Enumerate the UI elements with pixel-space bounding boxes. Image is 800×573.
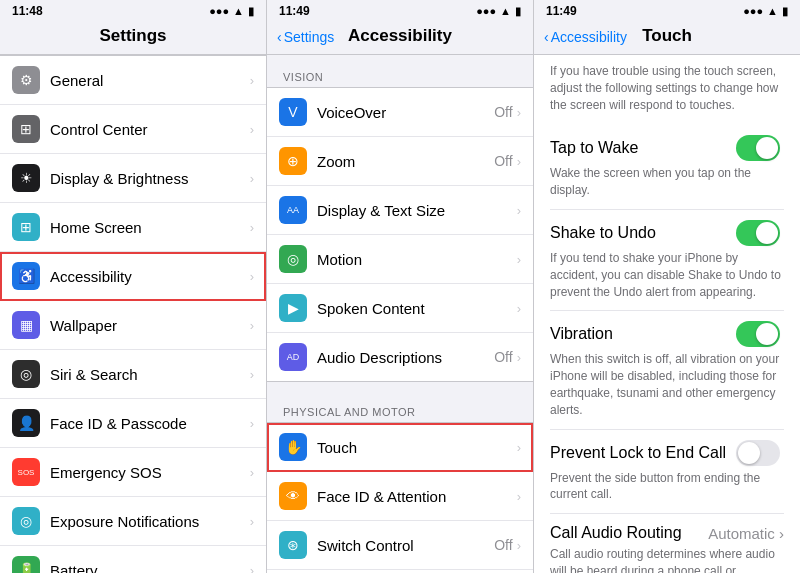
toggle-shake-to-undo[interactable]	[736, 220, 780, 246]
touch-desc-prevent-lock: Prevent the side button from ending the …	[550, 470, 784, 504]
toggle-knob-vibration	[756, 323, 778, 345]
chevron-wallpaper: ›	[250, 318, 254, 333]
item-label-homescreen: Home Screen	[50, 219, 250, 236]
touch-desc-tap-to-wake: Wake the screen when you tap on the disp…	[550, 165, 784, 199]
battery-icon: ▮	[248, 5, 254, 18]
acc-chevron-zoom: ›	[517, 154, 521, 169]
toggle-tap-to-wake[interactable]	[736, 135, 780, 161]
chevron-homescreen: ›	[250, 220, 254, 235]
chevron-sos: ›	[250, 465, 254, 480]
settings-item-accessibility[interactable]: ♿Accessibility›	[0, 252, 266, 301]
settings-list[interactable]: ⚙General›⊞Control Center›☀Display & Brig…	[0, 55, 266, 573]
acc-item-attention[interactable]: 👁Face ID & Attention›	[267, 472, 533, 521]
chevron-exposure: ›	[250, 514, 254, 529]
wifi-icon-2: ▲	[500, 5, 511, 17]
acc-item-switchcontrol[interactable]: ⊛Switch ControlOff›	[267, 521, 533, 570]
battery-icon-2: ▮	[515, 5, 521, 18]
item-label-control: Control Center	[50, 121, 250, 138]
touch-setting-name-prevent-lock: Prevent Lock to End Call	[550, 444, 726, 462]
acc-label-spoken: Spoken Content	[317, 300, 517, 317]
settings-item-exposure[interactable]: ◎Exposure Notifications›	[0, 497, 266, 546]
toggle-prevent-lock[interactable]	[736, 440, 780, 466]
toggle-knob-tap-to-wake	[756, 137, 778, 159]
touch-setting-name-call-audio: Call Audio Routing	[550, 524, 682, 542]
wifi-icon-3: ▲	[767, 5, 778, 17]
nav-title-2: Accessibility	[348, 26, 452, 45]
nav-bar-1: Settings	[0, 20, 266, 55]
nav-bar-2: ‹ Settings Accessibility	[267, 20, 533, 55]
chevron-display: ›	[250, 171, 254, 186]
settings-panel: 11:48 ●●● ▲ ▮ Settings ⚙General›⊞Control…	[0, 0, 267, 573]
status-bar-1: 11:48 ●●● ▲ ▮	[0, 0, 266, 20]
item-label-sos: Emergency SOS	[50, 464, 250, 481]
touch-value-call-audio: Automatic ›	[708, 525, 784, 542]
status-icons-1: ●●● ▲ ▮	[209, 5, 254, 18]
battery-icon-3: ▮	[782, 5, 788, 18]
acc-item-touch[interactable]: ✋Touch›	[267, 423, 533, 472]
acc-item-voiceover[interactable]: VVoiceOverOff›	[267, 88, 533, 137]
signal-icon-2: ●●●	[476, 5, 496, 17]
touch-desc-shake-to-undo: If you tend to shake your iPhone by acci…	[550, 250, 784, 300]
item-label-general: General	[50, 72, 250, 89]
nav-title-3: Touch	[642, 26, 692, 45]
acc-chevron-voiceover: ›	[517, 105, 521, 120]
toggle-knob-prevent-lock	[738, 442, 760, 464]
touch-setting-vibration[interactable]: VibrationWhen this switch is off, all vi…	[550, 311, 784, 429]
settings-item-homescreen[interactable]: ⊞Home Screen›	[0, 203, 266, 252]
settings-item-sos[interactable]: SOSEmergency SOS›	[0, 448, 266, 497]
section-header-vision: VISION	[267, 55, 533, 87]
nav-title-1: Settings	[99, 26, 166, 45]
acc-chevron-attention: ›	[517, 489, 521, 504]
chevron-siri: ›	[250, 367, 254, 382]
settings-item-battery[interactable]: 🔋Battery›	[0, 546, 266, 573]
acc-label-audiodesc: Audio Descriptions	[317, 349, 494, 366]
touch-desc-call-audio: Call audio routing determines where audi…	[550, 546, 784, 573]
acc-value-switchcontrol: Off	[494, 537, 512, 553]
touch-setting-shake-to-undo[interactable]: Shake to UndoIf you tend to shake your i…	[550, 210, 784, 311]
accessibility-list[interactable]: VISIONVVoiceOverOff›⊕ZoomOff›AADisplay &…	[267, 55, 533, 573]
acc-label-zoom: Zoom	[317, 153, 494, 170]
time-1: 11:48	[12, 4, 43, 18]
acc-item-audiodesc[interactable]: ADAudio DescriptionsOff›	[267, 333, 533, 381]
status-icons-3: ●●● ▲ ▮	[743, 5, 788, 18]
settings-item-siri[interactable]: ◎Siri & Search›	[0, 350, 266, 399]
touch-setting-call-audio[interactable]: Call Audio RoutingAutomatic ›Call audio …	[550, 514, 784, 573]
touch-setting-tap-to-wake[interactable]: Tap to WakeWake the screen when you tap …	[550, 125, 784, 210]
item-label-faceid: Face ID & Passcode	[50, 415, 250, 432]
acc-label-touch: Touch	[317, 439, 517, 456]
acc-item-zoom[interactable]: ⊕ZoomOff›	[267, 137, 533, 186]
acc-chevron-spoken: ›	[517, 301, 521, 316]
signal-icon-3: ●●●	[743, 5, 763, 17]
status-bar-2: 11:49 ●●● ▲ ▮	[267, 0, 533, 20]
status-bar-3: 11:49 ●●● ▲ ▮	[534, 0, 800, 20]
touch-content: If you have trouble using the touch scre…	[534, 55, 800, 573]
chevron-accessibility: ›	[250, 269, 254, 284]
touch-panel: 11:49 ●●● ▲ ▮ ‹ Accessibility Touch If y…	[534, 0, 800, 573]
acc-value-voiceover: Off	[494, 104, 512, 120]
touch-setting-name-vibration: Vibration	[550, 325, 613, 343]
settings-item-faceid[interactable]: 👤Face ID & Passcode›	[0, 399, 266, 448]
signal-icon: ●●●	[209, 5, 229, 17]
touch-setting-prevent-lock[interactable]: Prevent Lock to End CallPrevent the side…	[550, 430, 784, 515]
settings-item-general[interactable]: ⚙General›	[0, 56, 266, 105]
back-button-3[interactable]: ‹ Accessibility	[544, 29, 627, 45]
time-2: 11:49	[279, 4, 310, 18]
acc-item-motion[interactable]: ◎Motion›	[267, 235, 533, 284]
touch-setting-name-shake-to-undo: Shake to Undo	[550, 224, 656, 242]
settings-item-control[interactable]: ⊞Control Center›	[0, 105, 266, 154]
accessibility-panel: 11:49 ●●● ▲ ▮ ‹ Settings Accessibility V…	[267, 0, 534, 573]
toggle-vibration[interactable]	[736, 321, 780, 347]
chevron-faceid: ›	[250, 416, 254, 431]
settings-item-display[interactable]: ☀Display & Brightness›	[0, 154, 266, 203]
acc-label-attention: Face ID & Attention	[317, 488, 517, 505]
settings-item-wallpaper[interactable]: ▦Wallpaper›	[0, 301, 266, 350]
back-button-2[interactable]: ‹ Settings	[277, 29, 334, 45]
item-label-wallpaper: Wallpaper	[50, 317, 250, 334]
wifi-icon: ▲	[233, 5, 244, 17]
acc-item-spoken[interactable]: ▶Spoken Content›	[267, 284, 533, 333]
acc-chevron-switchcontrol: ›	[517, 538, 521, 553]
acc-chevron-textsize: ›	[517, 203, 521, 218]
acc-chevron-touch: ›	[517, 440, 521, 455]
acc-item-textsize[interactable]: AADisplay & Text Size›	[267, 186, 533, 235]
acc-label-motion: Motion	[317, 251, 517, 268]
